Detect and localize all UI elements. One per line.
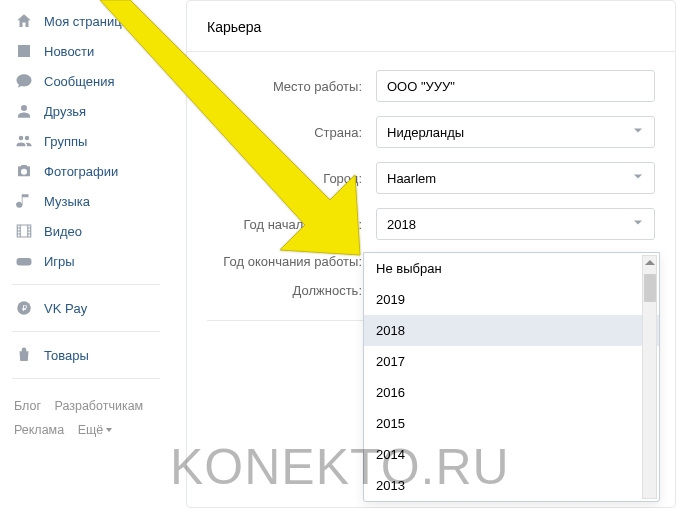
option-2014[interactable]: 2014	[364, 439, 659, 470]
footer-links: Блог Разработчикам Реклама Ещё	[8, 387, 170, 451]
sidebar-item-vkpay[interactable]: ₽ VK Pay	[8, 293, 170, 323]
sidebar-item-label: Друзья	[44, 104, 86, 119]
sidebar-item-news[interactable]: Новости	[8, 36, 170, 66]
label-city: Город:	[207, 171, 362, 186]
sidebar-item-my-page[interactable]: Моя страница	[8, 6, 170, 36]
row-country: Страна: Нидерланды	[207, 116, 655, 148]
video-icon	[14, 221, 34, 241]
sidebar-item-music[interactable]: Музыка	[8, 186, 170, 216]
sidebar-item-label: Видео	[44, 224, 82, 239]
dropdown-scrollbar[interactable]	[642, 255, 657, 499]
chevron-down-icon	[632, 125, 644, 140]
option-2016[interactable]: 2016	[364, 377, 659, 408]
sidebar-item-games[interactable]: Игры	[8, 246, 170, 276]
games-icon	[14, 251, 34, 271]
market-icon	[14, 345, 34, 365]
year-start-value: 2018	[387, 217, 416, 232]
year-start-select[interactable]: 2018	[376, 208, 655, 240]
sidebar-separator	[12, 331, 160, 332]
photos-icon	[14, 161, 34, 181]
sidebar-item-label: Игры	[44, 254, 75, 269]
scroll-up-icon	[645, 260, 655, 265]
country-value: Нидерланды	[387, 125, 464, 140]
sidebar-item-groups[interactable]: Группы	[8, 126, 170, 156]
sidebar-item-label: Новости	[44, 44, 94, 59]
city-value: Haarlem	[387, 171, 436, 186]
label-position: Должность:	[207, 283, 362, 298]
vkpay-icon: ₽	[14, 298, 34, 318]
sidebar-item-video[interactable]: Видео	[8, 216, 170, 246]
label-workplace: Место работы:	[207, 79, 362, 94]
chevron-down-icon	[632, 171, 644, 186]
sidebar-item-label: Фотографии	[44, 164, 118, 179]
label-year-start: Год начала работы:	[207, 217, 362, 232]
sidebar: Моя страница Новости Сообщения Друзья Гр…	[0, 0, 170, 508]
card-header: Карьера	[187, 1, 675, 52]
dropdown-list: Не выбран 2019 2018 2017 2016 2015 2014 …	[364, 253, 659, 501]
sidebar-item-photos[interactable]: Фотографии	[8, 156, 170, 186]
chevron-down-icon	[632, 217, 644, 232]
messages-icon	[14, 71, 34, 91]
row-workplace: Место работы: ООО "УУУ"	[207, 70, 655, 102]
label-year-end: Год окончания работы:	[207, 254, 362, 269]
sidebar-separator	[12, 284, 160, 285]
groups-icon	[14, 131, 34, 151]
sidebar-item-market[interactable]: Товары	[8, 340, 170, 370]
workplace-input[interactable]: ООО "УУУ"	[376, 70, 655, 102]
sidebar-item-friends[interactable]: Друзья	[8, 96, 170, 126]
news-icon	[14, 41, 34, 61]
scroll-thumb[interactable]	[644, 274, 656, 302]
sidebar-separator	[12, 378, 160, 379]
city-select[interactable]: Haarlem	[376, 162, 655, 194]
option-2015[interactable]: 2015	[364, 408, 659, 439]
home-icon	[14, 11, 34, 31]
friends-icon	[14, 101, 34, 121]
country-select[interactable]: Нидерланды	[376, 116, 655, 148]
sidebar-item-label: Моя страница	[44, 14, 129, 29]
svg-text:₽: ₽	[22, 304, 27, 313]
option-2018[interactable]: 2018	[364, 315, 659, 346]
sidebar-item-label: Группы	[44, 134, 87, 149]
sidebar-item-label: Сообщения	[44, 74, 115, 89]
music-icon	[14, 191, 34, 211]
footer-ads[interactable]: Реклама	[14, 423, 64, 437]
sidebar-item-label: Товары	[44, 348, 89, 363]
sidebar-item-label: VK Pay	[44, 301, 87, 316]
workplace-value: ООО "УУУ"	[387, 79, 455, 94]
row-city: Город: Haarlem	[207, 162, 655, 194]
footer-blog[interactable]: Блог	[14, 399, 41, 413]
sidebar-item-label: Музыка	[44, 194, 90, 209]
option-not-selected[interactable]: Не выбран	[364, 253, 659, 284]
page-title: Карьера	[207, 19, 655, 35]
row-year-start: Год начала работы: 2018	[207, 208, 655, 240]
footer-developers[interactable]: Разработчикам	[55, 399, 144, 413]
footer-more[interactable]: Ещё	[78, 423, 113, 437]
label-country: Страна:	[207, 125, 362, 140]
year-start-dropdown[interactable]: Не выбран 2019 2018 2017 2016 2015 2014 …	[363, 252, 660, 502]
option-2017[interactable]: 2017	[364, 346, 659, 377]
option-2013[interactable]: 2013	[364, 470, 659, 501]
sidebar-item-messages[interactable]: Сообщения	[8, 66, 170, 96]
option-2019[interactable]: 2019	[364, 284, 659, 315]
